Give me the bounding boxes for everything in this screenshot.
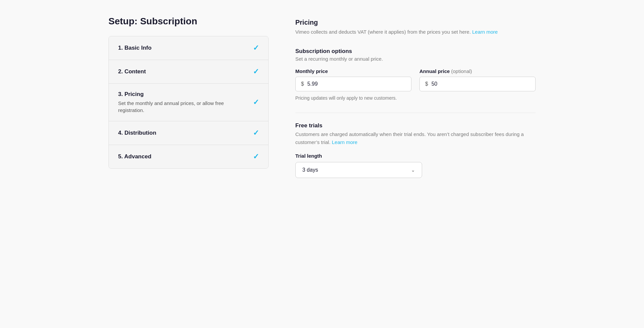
step-distribution[interactable]: 4. Distribution ✓ [109,121,268,145]
step-check-content: ✓ [253,67,259,76]
step-description-pricing: Set the monthly and annual prices, or al… [118,100,238,114]
step-title-distribution: 4. Distribution [118,130,156,136]
free-trials-description-text: Customers are charged automatically when… [295,131,524,145]
step-check-basic-info: ✓ [253,44,259,52]
annual-optional-text: (optional) [451,68,472,74]
step-content-basic-info: 1. Basic Info [118,45,151,51]
step-content-distribution: 4. Distribution [118,130,156,136]
chevron-down-icon: ⌄ [411,167,415,173]
step-pricing[interactable]: 3. Pricing Set the monthly and annual pr… [109,84,268,121]
annual-price-input-wrapper[interactable]: $ [419,77,536,91]
step-content[interactable]: 2. Content ✓ [109,60,268,84]
trial-length-value: 3 days [302,167,318,173]
main-content: Pricing Vimeo collects and deducts VAT (… [295,16,536,190]
annual-price-label: Annual price (optional) [419,68,536,74]
sidebar: Setup: Subscription 1. Basic Info ✓ 2. C… [108,16,269,190]
steps-container: 1. Basic Info ✓ 2. Content ✓ 3. Pricing … [108,36,269,169]
free-trials-description: Customers are charged automatically when… [295,130,536,146]
annual-price-input[interactable] [431,81,530,87]
step-content-advanced: 5. Advanced [118,153,151,160]
trial-length-select[interactable]: 3 days ⌄ [295,162,422,178]
step-check-distribution: ✓ [253,129,259,137]
monthly-price-input-wrapper[interactable]: $ [295,77,411,91]
step-basic-info[interactable]: 1. Basic Info ✓ [109,36,268,60]
pricing-heading: Pricing [295,19,536,26]
monthly-price-input[interactable] [307,81,406,87]
page-title: Setup: Subscription [108,16,269,27]
step-content-pricing: 3. Pricing Set the monthly and annual pr… [118,91,238,114]
subscription-options-heading: Subscription options [295,48,536,55]
price-note: Pricing updates will only apply to new c… [295,95,536,101]
step-title-pricing: 3. Pricing [118,91,238,98]
step-content-content: 2. Content [118,68,146,75]
subscription-options-section: Subscription options Set a recurring mon… [295,48,536,101]
step-check-advanced: ✓ [253,152,259,161]
annual-currency-symbol: $ [425,81,428,87]
pricing-learn-more-link[interactable]: Learn more [472,29,498,35]
monthly-price-label: Monthly price [295,68,411,74]
step-title-basic-info: 1. Basic Info [118,45,151,51]
monthly-price-group: Monthly price $ [295,68,411,91]
pricing-subtitle: Vimeo collects and deducts VAT (where it… [295,28,536,36]
subscription-options-subtitle: Set a recurring monthly or annual price. [295,56,536,62]
pricing-section: Pricing Vimeo collects and deducts VAT (… [295,19,536,36]
free-trials-learn-more-link[interactable]: Learn more [332,139,357,145]
free-trials-section: Free trials Customers are charged automa… [295,122,536,178]
free-trials-heading: Free trials [295,122,536,129]
annual-price-group: Annual price (optional) $ [419,68,536,91]
step-title-content: 2. Content [118,68,146,75]
pricing-subtitle-text: Vimeo collects and deducts VAT (where it… [295,29,472,35]
trial-length-label: Trial length [295,153,536,159]
section-divider [295,113,536,113]
price-row: Monthly price $ Annual price (optional) … [295,68,536,91]
step-check-pricing: ✓ [253,98,259,107]
page-container: Setup: Subscription 1. Basic Info ✓ 2. C… [88,0,556,206]
step-title-advanced: 5. Advanced [118,153,151,160]
monthly-currency-symbol: $ [301,81,304,87]
step-advanced[interactable]: 5. Advanced ✓ [109,145,268,168]
